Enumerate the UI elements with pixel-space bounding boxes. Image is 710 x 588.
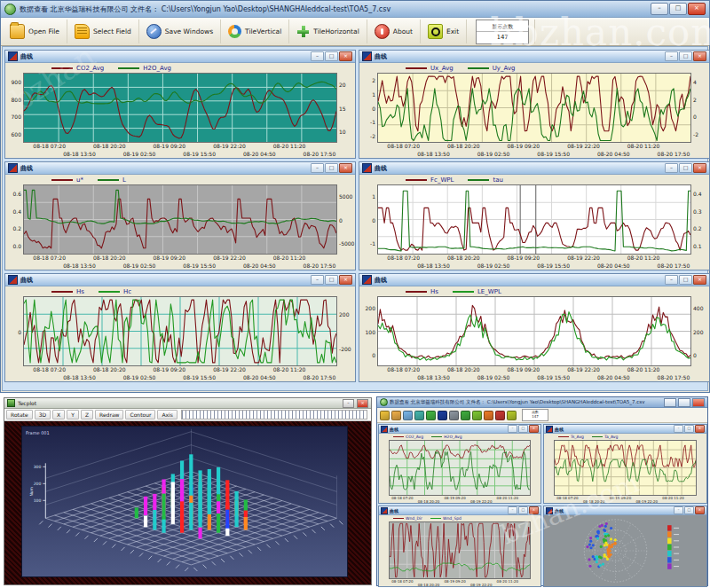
chart-window-titlebar[interactable]: 曲线–□×: [379, 506, 540, 515]
close-button[interactable]: ×: [693, 51, 706, 61]
close-button[interactable]: ×: [529, 425, 539, 433]
x-tick-label: 08-18 20:20: [418, 583, 439, 587]
exit-button[interactable]: Exit: [421, 20, 467, 43]
chart-window-co2-h2o[interactable]: 曲线–□×CO2_AvgH2O_Avg90080070060020151008-…: [4, 50, 356, 159]
minimize-button[interactable]: –: [674, 506, 683, 514]
close-button[interactable]: ×: [695, 506, 705, 514]
plot3d-titlebar[interactable]: Tecplot – ×: [4, 398, 371, 409]
menu-item-y[interactable]: Y: [67, 410, 79, 419]
tile-horizontal-button[interactable]: TileHorizontal: [289, 20, 367, 43]
maximize-button[interactable]: □: [669, 3, 687, 15]
exit-icon[interactable]: [507, 411, 517, 420]
legend-label: CO2_Avg: [76, 65, 104, 72]
small-chart-window-2[interactable]: 曲线–□×Ts_AvgTa_Avg08-18 07:2008-18 20:200…: [543, 424, 707, 504]
save-windows-button[interactable]: Save Windows: [139, 20, 221, 43]
chart-plot-area: [389, 440, 531, 496]
minimize-button[interactable]: –: [665, 275, 678, 285]
chart-window-titlebar[interactable]: 曲线–□×: [544, 425, 706, 434]
chart-icon[interactable]: [472, 411, 482, 420]
maximize-button[interactable]: □: [684, 506, 694, 514]
open-file-icon[interactable]: [380, 411, 390, 420]
x-tick-label: 08-18 20:20: [447, 255, 480, 261]
close-button[interactable]: ×: [339, 51, 352, 61]
menu-item-rotate[interactable]: Rotate: [6, 410, 33, 419]
small-window-titlebar[interactable]: 数据查看 北京华益瑞科技有限公司 文件名： C:\Users\Yongjun Y…: [377, 397, 707, 408]
menu-item-3d[interactable]: 3D: [35, 410, 51, 419]
chart-window-fc-tau[interactable]: 曲线–□×Fc_WPLtau10-10.40.30.20.108-18 07:2…: [359, 161, 710, 270]
maximize-button[interactable]: □: [325, 51, 338, 61]
maximize-button[interactable]: □: [679, 51, 692, 61]
menu-item-redraw[interactable]: Redraw: [95, 410, 123, 419]
sphere-icon[interactable]: [438, 411, 447, 420]
tile-icon[interactable]: [426, 411, 436, 420]
minimize-button[interactable]: –: [665, 163, 678, 173]
chart-window-hs-hc[interactable]: 曲线–□×HsHc0200-20008-18 07:2008-18 13:500…: [4, 273, 356, 382]
minimize-button[interactable]: –: [651, 3, 668, 15]
chart-window-titlebar[interactable]: 曲线–□×: [359, 51, 709, 63]
open-file-button[interactable]: Open File: [3, 20, 67, 43]
close-button[interactable]: [692, 398, 705, 407]
menu-item-axis[interactable]: Axis: [157, 410, 177, 419]
legend-item: H2O_Avg: [431, 435, 462, 439]
close-button[interactable]: ×: [357, 399, 368, 408]
chart-window-titlebar[interactable]: 曲线–□×: [359, 274, 709, 286]
snapshot-icon[interactable]: [449, 411, 459, 420]
menu-item-contour[interactable]: Contour: [125, 410, 155, 419]
minimize-button[interactable]: –: [343, 399, 354, 408]
main-titlebar[interactable]: 数据查看 北京华益瑞科技有限公司 文件名： C:\Users\Yongjun Y…: [1, 1, 709, 18]
about-button[interactable]: About: [367, 20, 421, 43]
tile-vertical-button[interactable]: TileVertical: [221, 20, 289, 43]
chart-window-ustar-l[interactable]: 曲线–□×u*L0.60.40.20.050000-500008-18 07:2…: [4, 161, 356, 270]
minimize-button[interactable]: –: [508, 425, 517, 433]
chart-window-titlebar[interactable]: 曲线–□×: [544, 506, 706, 515]
select-field-button[interactable]: Select Field: [67, 20, 139, 43]
maximize-button[interactable]: □: [325, 275, 338, 285]
scale-ruler[interactable]: [181, 410, 367, 419]
chart-window-titlebar[interactable]: 曲线–□×: [359, 162, 709, 175]
close-button[interactable]: ×: [693, 163, 706, 173]
minimize-button[interactable]: –: [311, 275, 324, 285]
small-chart-window-1[interactable]: 曲线–□×CO2_AvgH2O_Avg08-18 07:2008-18 20:2…: [378, 424, 541, 504]
minimize-button[interactable]: [664, 398, 676, 407]
minimize-button[interactable]: –: [665, 51, 678, 61]
menu-item-z[interactable]: Z: [81, 410, 93, 419]
save-icon[interactable]: [403, 411, 413, 420]
chart-window-titlebar[interactable]: 曲线–□×: [5, 162, 355, 175]
legend-swatch: [430, 518, 441, 520]
chart-window-titlebar[interactable]: 曲线–□×: [5, 274, 355, 286]
x-tick-label: 08-18 13:50: [63, 263, 96, 269]
maximize-button[interactable]: □: [518, 425, 528, 433]
close-button[interactable]: ×: [339, 163, 352, 173]
minimize-button[interactable]: –: [311, 163, 324, 173]
maximize-button[interactable]: □: [684, 425, 694, 433]
minimize-button[interactable]: –: [674, 425, 683, 433]
close-button[interactable]: ×: [529, 506, 539, 514]
small-chart-window-3[interactable]: 曲线–□×Wnd_DirWnd_Spd08-18 07:2008-18 20:2…: [378, 506, 541, 587]
x-tick-label: 08-20 04:50: [243, 374, 276, 380]
shield-icon[interactable]: [495, 411, 505, 420]
chart-window-titlebar[interactable]: 曲线–□×: [5, 51, 355, 63]
close-button[interactable]: ×: [695, 425, 705, 433]
select-field-icon[interactable]: [391, 411, 401, 420]
menu-item-x[interactable]: X: [52, 410, 65, 419]
minimize-button[interactable]: –: [311, 51, 324, 61]
chart-window-titlebar[interactable]: 曲线–□×: [379, 425, 540, 434]
check-icon[interactable]: [461, 411, 470, 420]
plot3d-canvas[interactable]: 300200100NumFrame 001: [21, 426, 348, 577]
chart-window-ux-uy[interactable]: 曲线–□×Ux_AvgUy_Avg210-1-2420-208-18 07:20…: [359, 50, 710, 159]
chart-window-hs-le[interactable]: 曲线–□×HsLE_WPL2001000400200008-18 07:2008…: [359, 273, 710, 382]
x-tick-label: 08-18 07:20: [391, 579, 413, 584]
maximize-button[interactable]: □: [325, 163, 338, 173]
maximize-button[interactable]: □: [518, 506, 528, 514]
maximize-button[interactable]: □: [679, 163, 692, 173]
refresh-icon[interactable]: [414, 411, 424, 420]
close-button[interactable]: ×: [688, 3, 706, 15]
minimize-button[interactable]: –: [508, 506, 517, 514]
close-button[interactable]: ×: [339, 275, 352, 285]
maximize-button[interactable]: □: [679, 275, 692, 285]
windrose-window[interactable]: 曲线–□×: [543, 506, 707, 587]
y-axis-right: 200-200: [337, 296, 353, 366]
target-icon[interactable]: [484, 411, 493, 420]
maximize-button[interactable]: [678, 398, 690, 407]
close-button[interactable]: ×: [693, 275, 706, 285]
